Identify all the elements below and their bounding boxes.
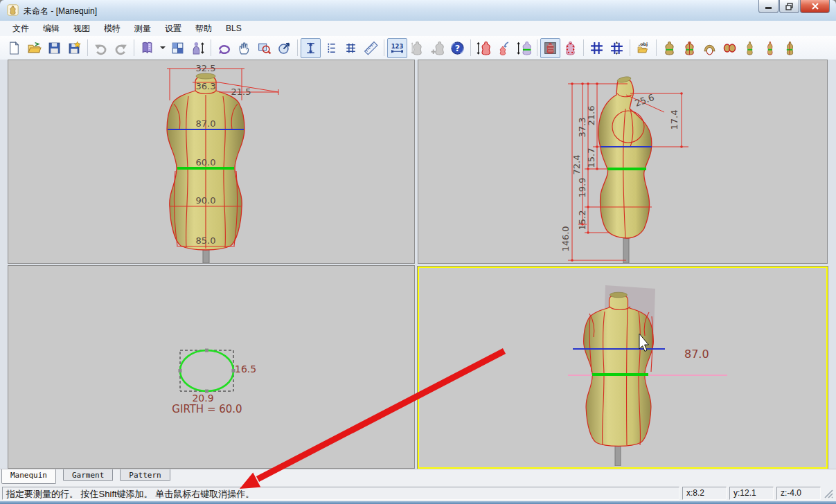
menu-settings[interactable]: 设置 <box>158 21 188 37</box>
side-72-label: 72.4 <box>571 155 582 175</box>
save-copy-icon <box>67 41 82 55</box>
menu-help[interactable]: 帮助 <box>188 21 219 37</box>
close-button[interactable] <box>800 0 830 13</box>
display-mode-dropdown[interactable] <box>157 38 168 58</box>
restore-button[interactable] <box>779 0 799 13</box>
open-file-icon <box>27 41 42 55</box>
zoom-window-button[interactable] <box>254 38 274 58</box>
stand-pole <box>615 445 621 466</box>
body-height-button[interactable] <box>188 38 208 58</box>
menu-file[interactable]: 文件 <box>6 21 36 37</box>
pan-view-button[interactable] <box>234 38 254 58</box>
grid-snap-button[interactable] <box>607 38 627 58</box>
mannequin-add-disabled-button[interactable] <box>427 38 447 58</box>
body-shell-icon <box>702 41 717 55</box>
selection-handles[interactable] <box>179 349 235 393</box>
zoom-extents-button[interactable] <box>274 38 294 58</box>
rotate-view-button[interactable] <box>214 38 234 58</box>
mannequin-pattern-icon <box>543 41 558 55</box>
toolbar-separator <box>297 39 298 56</box>
mannequin-points-icon <box>563 41 578 55</box>
viewport-section[interactable]: 16.5 20.9 GIRTH = 60.0 <box>8 265 415 469</box>
toolbar: 123 ? <box>0 36 836 60</box>
minimize-icon <box>765 3 773 10</box>
mannequin-points-button[interactable] <box>560 38 580 58</box>
section-depth-label: 16.5 <box>235 363 256 375</box>
side-17-label: 17.4 <box>669 110 679 130</box>
mannequin-disabled-button[interactable] <box>407 38 427 58</box>
measure-multi-button[interactable] <box>341 38 361 58</box>
redo-button[interactable] <box>111 38 131 58</box>
app-window: 未命名 - [Manequin] 文件 编辑 视图 模特 测量 设置 <box>0 0 836 504</box>
svg-text:?: ? <box>455 43 460 53</box>
measure-vertical-icon <box>303 41 318 55</box>
save-button[interactable] <box>44 38 64 58</box>
open-file-button[interactable] <box>24 38 44 58</box>
body-front-icon <box>662 41 677 55</box>
viewport-layout-button[interactable] <box>168 38 188 58</box>
resize-grip[interactable] <box>824 487 834 499</box>
front-top-width-label: 32.5 <box>196 63 216 73</box>
status-y-coordinate: y:12.1 <box>729 487 774 500</box>
status-bar: 指定要测量的行。 按住Shift键添加。 单击鼠标右键取消操作。 x:8.2 y… <box>0 485 836 501</box>
viewport-front[interactable]: 32.5 36.3 21.5 87.0 60.0 90.0 85.0 <box>8 60 415 264</box>
restore-icon <box>785 2 794 10</box>
toolbar-separator <box>87 39 88 56</box>
body-side-3-button[interactable] <box>780 38 800 58</box>
neck-top <box>610 292 628 298</box>
viewport-perspective-active[interactable]: 87.0 <box>418 267 828 469</box>
grid-button[interactable] <box>587 38 607 58</box>
svg-text:.obj: .obj <box>639 41 648 46</box>
mannequin-girth-button[interactable] <box>514 38 534 58</box>
title-bar[interactable]: 未命名 - [Manequin] <box>0 0 836 21</box>
toolbar-separator <box>583 39 584 56</box>
toolbar-separator <box>656 39 657 56</box>
help-button[interactable]: ? <box>447 38 468 58</box>
section-width-label: 20.9 <box>192 393 213 404</box>
mannequin-height-button[interactable] <box>474 38 494 58</box>
import-obj-button[interactable]: .obj <box>633 38 653 58</box>
menu-edit[interactable]: 编辑 <box>36 21 66 37</box>
tab-manequin[interactable]: Manequin <box>1 469 56 484</box>
window-controls <box>758 0 830 13</box>
tab-pattern[interactable]: Pattern <box>120 469 170 481</box>
perspective-view-canvas: 87.0 <box>419 268 825 466</box>
menu-measure[interactable]: 测量 <box>127 21 158 37</box>
zoom-extents-icon <box>277 41 292 55</box>
side-25-label: 25.6 <box>633 92 655 109</box>
menu-model[interactable]: 模特 <box>97 21 127 37</box>
zoom-window-icon <box>257 41 272 55</box>
viewport-side[interactable]: 146.0 72.4 37.3 19.9 15.2 21.6 15.7 17.4… <box>418 60 828 264</box>
save-copy-button[interactable] <box>64 38 85 58</box>
tab-garment[interactable]: Garment <box>63 469 113 481</box>
body-back-button[interactable] <box>679 38 700 58</box>
girth-ellipse[interactable] <box>180 350 233 391</box>
undo-button[interactable] <box>91 38 111 58</box>
toolbar-separator <box>630 39 630 56</box>
menu-bar: 文件 编辑 视图 模特 测量 设置 帮助 BLS <box>0 21 836 37</box>
menu-view[interactable]: 视图 <box>66 21 97 37</box>
new-file-icon <box>7 41 21 55</box>
body-shell-button[interactable] <box>700 38 720 58</box>
measure-vertical-button[interactable] <box>301 38 321 58</box>
body-side-2-button[interactable] <box>760 38 780 58</box>
ruler-button[interactable] <box>361 38 381 58</box>
mannequin-pattern-button[interactable] <box>540 38 560 58</box>
measure-segment-button[interactable] <box>321 38 341 58</box>
display-mode-button[interactable] <box>137 38 157 58</box>
body-sections-button[interactable] <box>720 38 740 58</box>
body-side-1-button[interactable] <box>740 38 760 58</box>
body-front-button[interactable] <box>659 38 679 58</box>
mannequin-rotate-button[interactable] <box>494 38 514 58</box>
body-back-icon <box>682 41 697 55</box>
measure-multi-icon <box>344 41 358 55</box>
rotate-view-icon <box>217 41 231 55</box>
minimize-button[interactable] <box>758 0 779 13</box>
import-obj-icon: .obj <box>636 41 650 55</box>
measure-values-button[interactable]: 123 <box>387 38 407 58</box>
svg-text:123: 123 <box>391 42 404 49</box>
status-z-coordinate: z:-4.0 <box>776 487 821 500</box>
toolbar-separator <box>537 39 537 56</box>
menu-bls[interactable]: BLS <box>219 21 249 35</box>
new-file-button[interactable] <box>4 38 24 58</box>
